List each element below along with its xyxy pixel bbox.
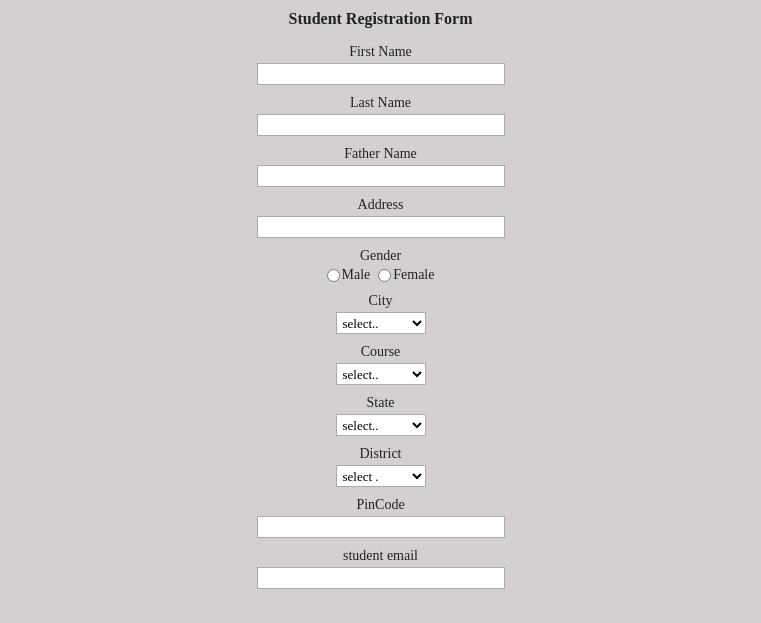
pincode-input[interactable] — [257, 516, 505, 538]
student-email-input[interactable] — [257, 567, 505, 589]
address-group: Address — [0, 197, 761, 238]
gender-female-option[interactable]: Female — [378, 267, 434, 283]
gender-male-option[interactable]: Male — [327, 267, 371, 283]
form-title: Student Registration Form — [289, 10, 473, 28]
district-select[interactable]: select . — [336, 465, 426, 487]
father-name-label: Father Name — [344, 146, 417, 162]
first-name-input[interactable] — [257, 63, 505, 85]
last-name-group: Last Name — [0, 95, 761, 136]
father-name-group: Father Name — [0, 146, 761, 187]
student-email-label: student email — [343, 548, 418, 564]
state-group: State select.. — [0, 395, 761, 436]
district-group: District select . — [0, 446, 761, 487]
address-label: Address — [358, 197, 404, 213]
gender-male-radio[interactable] — [327, 269, 340, 282]
course-label: Course — [361, 344, 401, 360]
registration-form: Student Registration Form First Name Las… — [0, 0, 761, 619]
gender-label: Gender — [360, 248, 401, 264]
last-name-input[interactable] — [257, 114, 505, 136]
city-label: City — [368, 293, 392, 309]
course-group: Course select.. — [0, 344, 761, 385]
gender-female-label: Female — [393, 267, 434, 283]
gender-male-label: Male — [342, 267, 371, 283]
pincode-label: PinCode — [356, 497, 404, 513]
student-email-group: student email — [0, 548, 761, 589]
district-label: District — [360, 446, 402, 462]
last-name-label: Last Name — [350, 95, 411, 111]
city-select[interactable]: select.. — [336, 312, 426, 334]
course-select[interactable]: select.. — [336, 363, 426, 385]
city-group: City select.. — [0, 293, 761, 334]
pincode-group: PinCode — [0, 497, 761, 538]
gender-female-radio[interactable] — [378, 269, 391, 282]
gender-group: Gender Male Female — [327, 248, 435, 283]
first-name-group: First Name — [0, 44, 761, 85]
state-select[interactable]: select.. — [336, 414, 426, 436]
father-name-input[interactable] — [257, 165, 505, 187]
state-label: State — [367, 395, 395, 411]
gender-options: Male Female — [327, 267, 435, 283]
first-name-label: First Name — [349, 44, 412, 60]
address-input[interactable] — [257, 216, 505, 238]
